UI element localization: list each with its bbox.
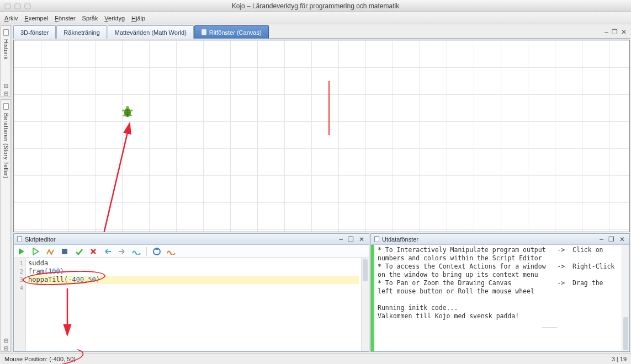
editor-toolbar xyxy=(14,245,369,258)
check-button[interactable] xyxy=(75,247,83,256)
squiggle2-button[interactable] xyxy=(167,247,176,256)
minimize-button[interactable]: – xyxy=(605,28,608,36)
script-editor-panel: Skripteditor – ❐ ✕ xyxy=(13,233,369,352)
output-panel: Utdatafönster – ❐ ✕ * To Interactively M… xyxy=(370,233,630,352)
minimize-button[interactable]: – xyxy=(598,235,605,243)
panel-title: Skripteditor xyxy=(25,236,56,243)
editor-gutter: 1234 xyxy=(14,258,26,351)
stop-button[interactable] xyxy=(60,247,69,256)
restore-button[interactable]: ❐ xyxy=(612,28,618,36)
document-icon xyxy=(374,236,379,242)
trace-button[interactable] xyxy=(46,247,55,256)
sidepanel-historik[interactable]: Historik ⊟ ⊟ xyxy=(1,25,11,97)
menu-exempel[interactable]: Exempel xyxy=(24,15,48,22)
editor-scrollbar[interactable] xyxy=(361,258,369,351)
document-icon xyxy=(3,29,9,36)
svg-point-2 xyxy=(122,110,125,111)
tabs: 3D-fönster Räkneträning Mattevärlden (Ma… xyxy=(13,25,630,39)
cursor-position: 3 | 19 xyxy=(612,356,627,362)
run-button[interactable] xyxy=(17,247,26,256)
sidepanel-storyteller[interactable]: Berättaren (Story Teller) ⊟ ⊟ xyxy=(1,99,11,352)
drawing-canvas[interactable] xyxy=(13,40,630,232)
menu-arkiv[interactable]: AArkivrkiv xyxy=(4,15,18,22)
undo-button[interactable] xyxy=(103,247,112,256)
svg-point-3 xyxy=(130,110,133,111)
side-column: Historik ⊟ ⊟ Berättaren (Story Teller) ⊟… xyxy=(0,24,12,353)
menu-fonster[interactable]: Fönster xyxy=(55,15,75,22)
code-editor[interactable]: 1234 sudda fram(100) hoppaTill(-400,50) xyxy=(14,258,369,351)
svg-point-4 xyxy=(123,115,125,116)
status-bar: Mouse Position: (-400, 50) 3 | 19 xyxy=(0,353,631,364)
tab-matte[interactable]: Mattevärlden (Math World) xyxy=(108,25,194,39)
close-button[interactable]: ✕ xyxy=(618,235,626,243)
output-scrollbar[interactable] xyxy=(622,245,629,351)
document-icon xyxy=(3,103,9,110)
panel-title: Utdatafönster xyxy=(382,236,418,243)
sidepanel-label: Historik xyxy=(3,39,9,60)
restore-button[interactable]: ❐ xyxy=(347,235,355,243)
close-button[interactable]: ✕ xyxy=(621,28,627,36)
clear-button[interactable] xyxy=(89,247,98,256)
document-icon xyxy=(17,236,22,242)
canvas-grid xyxy=(14,40,629,232)
output-text[interactable]: * To Interactively Manipulate program ou… xyxy=(374,245,622,351)
minimize-button[interactable]: – xyxy=(338,235,344,243)
code-area[interactable]: sudda fram(100) hoppaTill(-400,50) xyxy=(26,258,361,351)
svg-rect-7 xyxy=(62,249,67,254)
reset-button[interactable] xyxy=(152,247,161,256)
menu-hjalp[interactable]: Hjälp xyxy=(131,15,145,22)
pin2-icon[interactable]: ⊟ xyxy=(4,91,8,97)
window-title: Kojo – Lärandeverktyg för programmering … xyxy=(0,2,631,10)
squiggle-button[interactable] xyxy=(132,247,141,256)
restore-button[interactable]: ❐ xyxy=(607,235,616,243)
menu-verktyg[interactable]: Verktyg xyxy=(104,15,125,22)
tab-3d[interactable]: 3D-fönster xyxy=(13,25,56,39)
pin-icon[interactable]: ⊟ xyxy=(4,338,8,344)
menu-sprak[interactable]: Språk xyxy=(82,15,98,22)
turtle-icon xyxy=(121,105,134,120)
drawn-line xyxy=(328,81,330,135)
run-outline-button[interactable] xyxy=(31,247,40,256)
tab-rakne[interactable]: Räkneträning xyxy=(56,25,107,39)
pin-icon[interactable]: ⊟ xyxy=(4,83,8,89)
tab-canvas[interactable]: Ritfönster (Canvas) xyxy=(194,25,269,39)
sidepanel-label: Berättaren (Story Teller) xyxy=(3,113,9,178)
document-icon xyxy=(202,29,206,35)
menubar: AArkivrkiv Exempel Fönster Språk Verktyg… xyxy=(0,12,631,24)
svg-point-5 xyxy=(130,115,132,116)
redo-button[interactable] xyxy=(118,247,126,256)
close-button[interactable]: ✕ xyxy=(358,235,365,243)
annotation-arrow xyxy=(59,288,76,341)
tab-window-controls: – ❐ ✕ xyxy=(601,25,630,39)
window-titlebar: Kojo – Lärandeverktyg för programmering … xyxy=(0,0,631,12)
pin2-icon[interactable]: ⊟ xyxy=(4,346,8,351)
